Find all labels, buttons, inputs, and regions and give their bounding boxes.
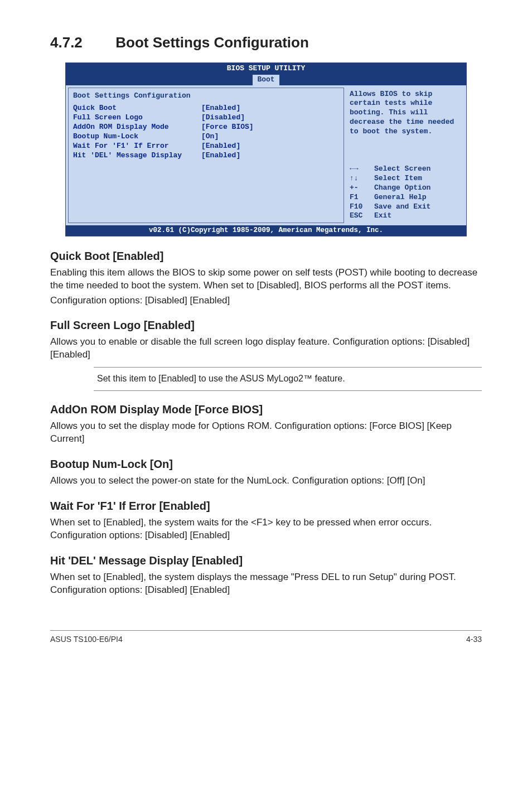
subhead-full-screen-logo: Full Screen Logo [Enabled] bbox=[50, 318, 482, 332]
bios-copyright: v02.61 (C)Copyright 1985-2009, American … bbox=[66, 225, 466, 235]
subhead-quick-boot: Quick Boot [Enabled] bbox=[50, 249, 482, 263]
bios-screenshot: BIOS SETUP UTILITY Boot Boot Settings Co… bbox=[65, 62, 467, 236]
bios-row: Hit 'DEL' Message Display[Enabled] bbox=[73, 151, 339, 161]
note-text: Set this item to [Enabled] to use the AS… bbox=[94, 367, 482, 391]
paragraph: Configuration options: [Disabled] [Enabl… bbox=[50, 294, 482, 307]
nav-key: ESC bbox=[350, 211, 371, 221]
nav-key: F1 bbox=[350, 193, 371, 202]
note-callout: Set this item to [Enabled] to use the AS… bbox=[84, 367, 482, 391]
bios-nav-row: ←→Select Screen bbox=[350, 165, 461, 174]
bios-nav-row: ↑↓Select Item bbox=[350, 174, 461, 183]
bios-row: AddOn ROM Display Mode[Force BIOS] bbox=[73, 123, 339, 132]
bios-nav-row: F1General Help bbox=[350, 193, 461, 202]
nav-key: F10 bbox=[350, 202, 371, 212]
page-footer: ASUS TS100-E6/PI4 4-33 bbox=[50, 630, 482, 644]
bios-row: Bootup Num-Lock[On] bbox=[73, 132, 339, 142]
bios-tabbar: Boot bbox=[66, 74, 466, 85]
paragraph: When set to [Enabled], the system waits … bbox=[50, 516, 482, 542]
subhead-wait-f1: Wait For 'F1' If Error [Enabled] bbox=[50, 499, 482, 513]
footer-page-number: 4-33 bbox=[466, 634, 482, 644]
bios-row: Quick Boot[Enabled] bbox=[73, 104, 339, 113]
bios-row-value: [Enabled] bbox=[201, 142, 240, 151]
bios-right-pane: Allows BIOS to skip certain tests while … bbox=[346, 85, 466, 226]
bios-row-value: [Enabled] bbox=[201, 104, 240, 113]
nav-desc: Save and Exit bbox=[374, 202, 431, 212]
nav-desc: Change Option bbox=[374, 183, 431, 193]
nav-key: ↑↓ bbox=[350, 174, 371, 183]
heading-number: 4.7.2 bbox=[50, 33, 112, 52]
bios-row-value: [Disabled] bbox=[201, 113, 245, 123]
bios-nav-hints: ←→Select Screen ↑↓Select Item +-Change O… bbox=[350, 165, 461, 221]
footer-product: ASUS TS100-E6/PI4 bbox=[50, 634, 123, 644]
nav-desc: Exit bbox=[374, 211, 391, 221]
subhead-hit-del: Hit 'DEL' Message Display [Enabled] bbox=[50, 553, 482, 568]
paragraph: When set to [Enabled], the system displa… bbox=[50, 571, 482, 597]
paragraph: Allows you to set the display mode for O… bbox=[50, 420, 482, 446]
bios-row-label: Full Screen Logo bbox=[73, 113, 201, 123]
bios-body: Boot Settings Configuration Quick Boot[E… bbox=[66, 85, 466, 226]
bios-left-pane: Boot Settings Configuration Quick Boot[E… bbox=[68, 88, 344, 224]
nav-key: ←→ bbox=[350, 165, 371, 174]
bios-row-value: [On] bbox=[201, 132, 219, 142]
bios-tab-boot: Boot bbox=[253, 75, 279, 85]
bios-row-label: Bootup Num-Lock bbox=[73, 132, 201, 142]
nav-desc: General Help bbox=[374, 193, 427, 202]
bios-row-value: [Force BIOS] bbox=[201, 123, 254, 132]
bios-nav-row: F10Save and Exit bbox=[350, 202, 461, 212]
bios-row-label: Wait For 'F1' If Error bbox=[73, 142, 201, 151]
paragraph: Enabling this item allows the BIOS to sk… bbox=[50, 267, 482, 292]
paragraph: Allows you to select the power-on state … bbox=[50, 475, 482, 487]
bios-row-label: AddOn ROM Display Mode bbox=[73, 123, 201, 132]
bios-nav-row: +-Change Option bbox=[350, 183, 461, 193]
bios-header: BIOS SETUP UTILITY Boot bbox=[66, 63, 466, 85]
bios-help-text: Allows BIOS to skip certain tests while … bbox=[350, 90, 461, 137]
bios-row: Wait For 'F1' If Error[Enabled] bbox=[73, 142, 339, 151]
bios-row: Full Screen Logo[Disabled] bbox=[73, 113, 339, 123]
nav-key: +- bbox=[350, 183, 371, 193]
heading-title: Boot Settings Configuration bbox=[115, 34, 309, 51]
subhead-addon-rom: AddOn ROM Display Mode [Force BIOS] bbox=[50, 402, 482, 417]
paragraph: Allows you to enable or disable the full… bbox=[50, 336, 482, 361]
bios-row-value: [Enabled] bbox=[201, 151, 240, 161]
nav-desc: Select Item bbox=[374, 174, 422, 183]
bios-title: BIOS SETUP UTILITY bbox=[66, 64, 466, 74]
bios-row-label: Quick Boot bbox=[73, 104, 201, 113]
section-heading: 4.7.2 Boot Settings Configuration bbox=[50, 33, 482, 52]
bios-nav-row: ESCExit bbox=[350, 211, 461, 221]
bios-row-label: Hit 'DEL' Message Display bbox=[73, 151, 201, 161]
nav-desc: Select Screen bbox=[374, 165, 431, 174]
bios-section-title: Boot Settings Configuration bbox=[73, 91, 339, 101]
subhead-numlock: Bootup Num-Lock [On] bbox=[50, 457, 482, 471]
